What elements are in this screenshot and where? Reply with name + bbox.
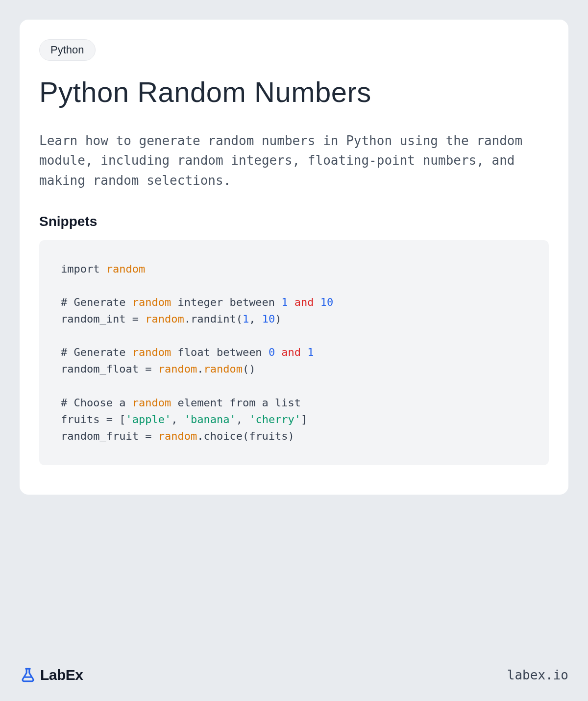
snippets-heading: Snippets [39,214,549,229]
brand: LabEx [20,667,83,683]
site-url: labex.io [507,668,568,682]
flask-icon [20,667,36,683]
code-block: import random # Generate random integer … [39,240,549,465]
content-card: Python Python Random Numbers Learn how t… [20,20,568,495]
footer: LabEx labex.io [20,667,568,683]
language-tag-pill: Python [39,39,96,61]
code-snippet: import random # Generate random integer … [61,261,527,445]
description-text: Learn how to generate random numbers in … [39,131,549,190]
brand-text: LabEx [40,667,83,683]
page-title: Python Random Numbers [39,75,549,108]
